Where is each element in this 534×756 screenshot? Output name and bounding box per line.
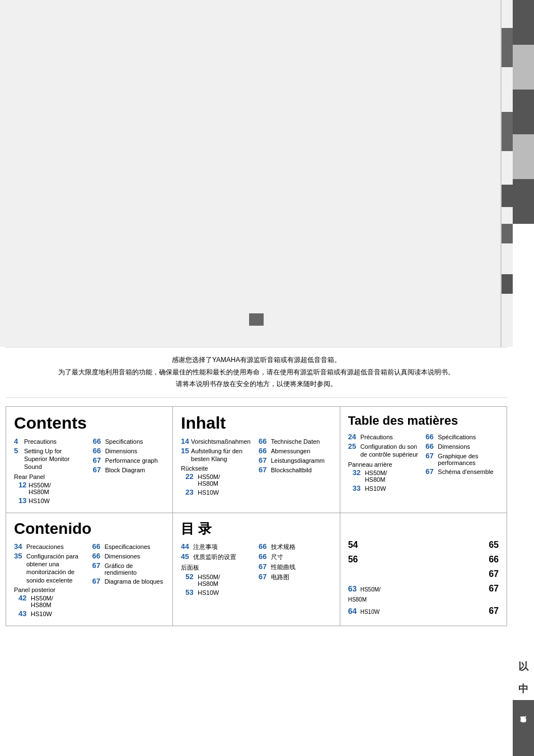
item-text: Block Diagram [105, 467, 146, 473]
tab-2 [513, 45, 534, 90]
tm-item-1: 24 Précautions [348, 433, 421, 441]
page-num: 66 [259, 552, 271, 561]
page-num: 15 [181, 447, 191, 455]
panel-posterior-label: Panel posterior [14, 586, 87, 593]
item-text: Precautions [24, 438, 57, 445]
num-left: 54 [348, 540, 358, 550]
item-text: 技术规格 [271, 543, 296, 551]
page-num: 5 [14, 447, 24, 455]
tm-hs50m: 32 HS50M/HS80M [348, 468, 421, 483]
contenido-item-1: 34 Precauciones [14, 542, 87, 551]
item-text: Dimensions [438, 443, 470, 450]
mulu-item-2: 45 优质监听的设置 [181, 552, 254, 561]
item-text: HS10W [198, 489, 219, 496]
item-text: HS50M/HS80M [29, 482, 51, 495]
contenido-hs50m: 42 HS50M/HS80M [14, 594, 87, 608]
num-pair-1: 54 65 [348, 540, 499, 550]
section-bar-2 [502, 112, 513, 151]
item-text: HS50M/HS80M [198, 473, 220, 487]
num-right: 67 [489, 584, 499, 594]
item-text: HS10W [365, 485, 386, 492]
item-text: Setting Up for Superior Monitor Sound [24, 447, 86, 471]
section-bar-5 [502, 274, 513, 294]
item-text: Blockschaltbild [271, 467, 312, 473]
inhalt-dim: 66 Abmessungen [259, 447, 332, 455]
inhalt-leistung: 67 Leistungsdiagramm [259, 456, 332, 464]
mulu-hs10w: 53 HS10W [181, 588, 254, 597]
contents-title: Contents [14, 414, 165, 433]
section-bar-4 [502, 224, 513, 243]
item-text: Abmessungen [271, 448, 310, 454]
page-num: 67 [93, 456, 105, 464]
page-num: 67 [92, 561, 105, 570]
item-text: Graphique des performances [438, 453, 499, 466]
inhalt-spec: 66 Technische Daten [259, 437, 332, 445]
item-text: Schéma d'ensemble [438, 468, 493, 475]
page-num: 4 [14, 437, 24, 445]
item-text: HS50M/HS80M [31, 595, 53, 608]
contenido-grafico: 67 Gráfico de rendimiento [92, 561, 165, 576]
page-num: 13 [18, 496, 29, 505]
page-num: 67 [259, 562, 271, 571]
item-text: Précautions [360, 434, 393, 440]
inhalt-item-2: 15 Aufstellung für den besten Klang [181, 447, 254, 463]
item-text: Dimensions [105, 448, 137, 454]
table-matieres-title: Table des matières [348, 414, 499, 428]
mulu-xingnenquxian: 67 性能曲线 [259, 562, 332, 571]
contents-item: 5 Setting Up for Superior Monitor Sound [14, 447, 86, 471]
table-matieres-box: Table des matières 24 Précautions 25 Con… [340, 406, 507, 513]
mulu-hs50m: 52 HS50M/HS80M [181, 572, 254, 587]
mulu-spec: 66 技术规格 [259, 542, 332, 551]
contenido-hs10w: 43 HS10W [14, 609, 87, 618]
item-text: Diagrama de bloques [105, 578, 163, 585]
num-pair-4: 63 HS50M/HS80M 67 [348, 584, 499, 604]
page-num: 67 [92, 577, 105, 585]
page-num: 12 [18, 481, 29, 489]
tab-5 [513, 179, 534, 224]
item-text: Leistungsdiagramm [271, 457, 325, 464]
inhalt-block: 67 Blockschaltbild [259, 466, 332, 474]
contents-item-hs50m: 12 HS50M/HS80M [14, 481, 86, 495]
num-left: 63 [348, 584, 357, 593]
contenido-title: Contenido [14, 520, 165, 538]
mulu-box: 目 录 44 注意事项 45 优质监听的设置 后面板 52 [173, 513, 340, 626]
mulu-dianluntu: 67 电路图 [259, 572, 332, 581]
tm-graphique: 67 Graphique des performances [425, 452, 499, 466]
page-num: 52 [185, 572, 198, 581]
page-num: 67 [259, 572, 271, 581]
jp-char-1: 以 [513, 655, 534, 678]
inhalt-box: Inhalt 14 Vorsichtsmaßnahmen 15 Aufstell… [173, 406, 340, 513]
num-pair-3: 67 [348, 569, 499, 579]
page-num: 53 [185, 588, 198, 597]
num-left: 64 [348, 607, 357, 616]
section-bar-3 [502, 185, 513, 207]
inhalt-item-hs50m: 22 HS50M/HS80M [181, 472, 254, 487]
page-num: 66 [259, 447, 271, 455]
page-num: 67 [425, 452, 438, 460]
page-num: 22 [185, 472, 198, 481]
rear-panel-label: Rear Panel [14, 473, 86, 480]
item-text: HS10W [31, 611, 52, 617]
item-text: 注意事项 [193, 543, 218, 551]
contenido-item-2: 35 Configuración para obtener una monito… [14, 552, 87, 584]
ruckseite-label: Rückseite [181, 465, 254, 472]
page-num: 33 [353, 484, 365, 492]
contents-item-spec: 66 Specifications [93, 437, 165, 445]
num-pair-2: 56 66 [348, 555, 499, 565]
contenido-dim: 66 Dimensiones [92, 552, 165, 560]
page-num: 66 [259, 437, 271, 445]
inhalt-item-1: 14 Vorsichtsmaßnahmen [181, 437, 254, 445]
item-text: 尺寸 [271, 553, 283, 561]
item-text: Technische Daten [271, 438, 320, 445]
tm-spec: 66 Spécifications [425, 433, 499, 441]
houmianban-label: 后面板 [181, 564, 254, 572]
page-num: 14 [181, 437, 191, 445]
contents-item: 4 Precautions [14, 437, 86, 445]
contents-item-dim: 66 Dimensions [93, 447, 165, 455]
item-text: HS10W [198, 589, 219, 596]
contenido-box: Contenido 34 Precauciones 35 Configuraci… [6, 513, 173, 626]
item-text: Configuration du son de contrôle supérie… [360, 443, 421, 459]
item-text: Performance graph [105, 457, 158, 464]
contenido-spec: 66 Especificaciones [92, 542, 165, 551]
page-num: 66 [92, 542, 105, 551]
